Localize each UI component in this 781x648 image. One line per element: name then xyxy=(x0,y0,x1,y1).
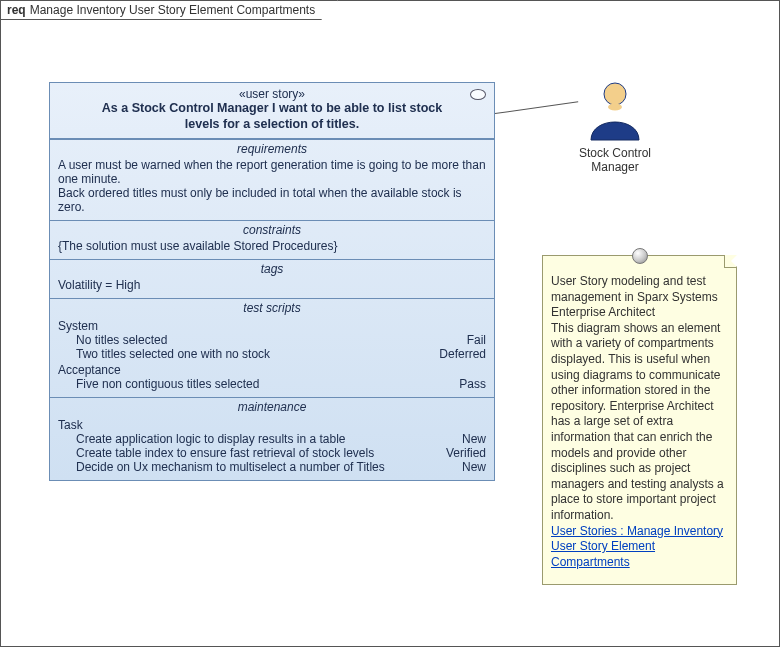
note-link[interactable]: User Stories : Manage Inventory User Sto… xyxy=(551,524,728,571)
actor-label-line: Stock Control xyxy=(565,146,665,160)
test-status: Pass xyxy=(459,377,486,391)
tags-label: tags xyxy=(50,260,494,276)
maintenance-group-label: Task xyxy=(58,418,486,432)
note-heading: User Story modeling and test management … xyxy=(551,274,718,319)
note-element[interactable]: User Story modeling and test management … xyxy=(542,255,737,585)
constraints-compartment: constraints {The solution must use avail… xyxy=(50,220,494,259)
element-action-icon[interactable] xyxy=(470,89,486,100)
svg-point-0 xyxy=(604,83,626,105)
maintenance-row: Create table index to ensure fast retrie… xyxy=(58,446,486,460)
svg-point-1 xyxy=(608,104,622,111)
maintenance-name: Create table index to ensure fast retrie… xyxy=(76,446,374,460)
test-name: Two titles selected one with no stock xyxy=(76,347,270,361)
maintenance-name: Create application logic to display resu… xyxy=(76,432,345,446)
story-header: «user story» As a Stock Control Manager … xyxy=(50,83,494,139)
actor-label: Stock Control Manager xyxy=(565,146,665,175)
constraint-item: {The solution must use available Stored … xyxy=(58,239,486,253)
actor-element[interactable]: Stock Control Manager xyxy=(565,82,665,175)
test-group-acceptance: Acceptance Five non contiguous titles se… xyxy=(58,363,486,391)
story-stereotype: «user story» xyxy=(80,87,464,101)
test-scripts-compartment: test scripts System No titles selected F… xyxy=(50,298,494,397)
user-story-element[interactable]: «user story» As a Stock Control Manager … xyxy=(49,82,495,481)
test-group-label: Acceptance xyxy=(58,363,486,377)
pin-icon xyxy=(632,248,648,264)
requirements-compartment: requirements A user must be warned when … xyxy=(50,139,494,220)
tag-item: Volatility = High xyxy=(58,278,486,292)
maintenance-compartment: maintenance Task Create application logi… xyxy=(50,397,494,480)
test-name: No titles selected xyxy=(76,333,167,347)
maintenance-group-task: Task Create application logic to display… xyxy=(58,418,486,474)
maintenance-row: Create application logic to display resu… xyxy=(58,432,486,446)
maintenance-name: Decide on Ux mechanism to multiselect a … xyxy=(76,460,385,474)
maintenance-row: Decide on Ux mechanism to multiselect a … xyxy=(58,460,486,474)
requirements-label: requirements xyxy=(50,140,494,156)
test-row: No titles selected Fail xyxy=(58,333,486,347)
diagram-frame: req Manage Inventory User Story Element … xyxy=(0,0,780,647)
maintenance-status: New xyxy=(462,460,486,474)
tags-compartment: tags Volatility = High xyxy=(50,259,494,298)
frame-title: Manage Inventory User Story Element Comp… xyxy=(30,3,315,17)
maintenance-status: New xyxy=(462,432,486,446)
test-row: Five non contiguous titles selected Pass xyxy=(58,377,486,391)
actor-label-line: Manager xyxy=(565,160,665,174)
test-group-system: System No titles selected Fail Two title… xyxy=(58,319,486,361)
test-name: Five non contiguous titles selected xyxy=(76,377,259,391)
maintenance-status: Verified xyxy=(446,446,486,460)
test-status: Fail xyxy=(467,333,486,347)
requirement-item: A user must be warned when the report ge… xyxy=(58,158,486,186)
test-row: Two titles selected one with no stock De… xyxy=(58,347,486,361)
frame-title-tab: req Manage Inventory User Story Element … xyxy=(0,0,338,20)
test-scripts-label: test scripts xyxy=(50,299,494,315)
frame-prefix: req xyxy=(7,3,26,17)
note-body: This diagram shows an element with a var… xyxy=(551,321,724,522)
person-icon xyxy=(583,82,647,142)
requirement-item: Back ordered titles must only be include… xyxy=(58,186,486,214)
story-title: As a Stock Control Manager I want to be … xyxy=(80,101,464,132)
test-group-label: System xyxy=(58,319,486,333)
constraints-label: constraints xyxy=(50,221,494,237)
test-status: Deferred xyxy=(439,347,486,361)
maintenance-label: maintenance xyxy=(50,398,494,414)
